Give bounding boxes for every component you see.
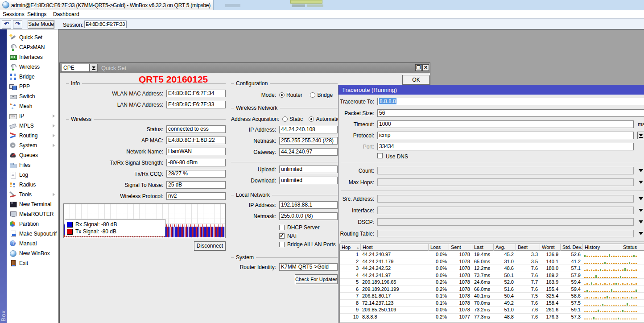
table-row[interactable]: 144.24.240.970.0%107819.4ms45.23.3136.95… [340, 251, 644, 258]
acquisition-static-radio[interactable] [282, 116, 288, 122]
nat-checkbox[interactable] [279, 233, 285, 239]
safe-mode-button[interactable]: Safe Mode [28, 20, 54, 29]
column-header-status[interactable]: Status [621, 244, 644, 251]
sidebar-item[interactable]: Bridge [7, 72, 58, 82]
router-identity-field[interactable]: K7MM-QRT5->Gold [279, 263, 338, 271]
column-header-history[interactable]: History [582, 244, 621, 251]
max-hops-field[interactable] [377, 178, 634, 186]
lan-mac-field[interactable]: E4:8D:8C:F6:7F:33 [166, 101, 226, 108]
protocol-field[interactable]: icmp [377, 132, 634, 139]
traceroute-titlebar[interactable]: Traceroute (Running) [339, 85, 644, 95]
src-address-field[interactable] [377, 195, 634, 203]
packet-size-field[interactable]: 56 [377, 109, 644, 117]
column-header-sent[interactable]: Sent [449, 244, 472, 251]
sidebar-item[interactable]: Switch [7, 91, 58, 101]
gateway-field[interactable]: 44.24.240.97 [279, 148, 338, 156]
session-field[interactable]: E4:8D:8C:F6:7F:33 [84, 21, 127, 28]
table-row[interactable]: 7206.81.80.170.1%107840.1ms50.47.5325.45… [340, 293, 644, 300]
wireless-protocol-field[interactable]: nv2 [166, 192, 226, 200]
sidebar-item[interactable]: Wireless [7, 62, 58, 72]
column-header-worst[interactable]: Worst [540, 244, 560, 251]
table-row[interactable]: 872.14.237.1230.1%107870.0ms49.27.6158.4… [340, 300, 644, 307]
ccq-field[interactable]: 28/27 % [166, 170, 226, 178]
column-header-hop[interactable]: Hop▲ [340, 244, 360, 251]
src-address-dropdown-icon[interactable] [639, 197, 643, 200]
table-row[interactable]: 108.8.8.80.2%107777.3ms48.87.6176.357.3 [340, 314, 644, 321]
sidebar-item[interactable]: MPLS [7, 121, 58, 131]
acquisition-automatic-radio[interactable] [309, 116, 314, 122]
sidebar-item[interactable]: Make Supout.rif [7, 229, 58, 239]
signal-strength-field[interactable]: -80/-80 dBm [166, 159, 226, 166]
sidebar-item[interactable]: Quick Set [7, 33, 58, 42]
protocol-dropdown-icon[interactable] [637, 132, 644, 139]
redo-button[interactable]: ↷ [13, 20, 22, 29]
lan-ip-field[interactable]: 192.168.88.1 [279, 201, 338, 209]
table-row[interactable]: 5209.189.196.650.2%107824.6ms52.07.7163.… [340, 279, 644, 286]
mode-bridge-radio[interactable] [310, 92, 315, 98]
traceroute-to-field[interactable]: 8.8.8.8 [377, 98, 644, 105]
routing-table-dropdown-icon[interactable] [639, 232, 643, 235]
download-field[interactable]: unlimited [279, 177, 338, 184]
column-header-std-dev[interactable]: Std. Dev. [560, 244, 582, 251]
sidebar-item[interactable]: Queues [7, 150, 58, 160]
window-titlebar[interactable]: admin@E4:8D:8C:F6:7F:33 (K7MM-QRT5->Gold… [0, 0, 644, 10]
sidebar-item[interactable]: Exit [7, 258, 58, 268]
column-header-last[interactable]: Last [472, 244, 493, 251]
timeout-field[interactable]: 1000 [377, 120, 634, 128]
port-field[interactable]: 33434 [377, 143, 634, 150]
menu-sessions[interactable]: Sessions [3, 11, 25, 17]
sidebar-item[interactable]: CAPsMAN [7, 42, 58, 52]
bridge-all-lan-ports-checkbox[interactable] [279, 242, 285, 247]
sidebar-item[interactable]: MetaROUTER [7, 209, 58, 219]
routing-table-field[interactable] [377, 230, 634, 237]
sidebar-item[interactable]: Partition [7, 219, 58, 229]
table-row[interactable]: 344.24.242.520.0%107812.2ms48.67.6180.05… [340, 265, 644, 272]
menu-dashboard[interactable]: Dashboard [53, 11, 79, 17]
sidebar-item[interactable]: Manual [7, 239, 58, 248]
dscp-dropdown-icon[interactable] [639, 220, 643, 224]
sidebar-item[interactable]: IP [7, 111, 58, 121]
status-field[interactable]: connected to ess [166, 125, 226, 133]
restore-button[interactable]: ❐ [415, 64, 422, 71]
use-dns-checkbox[interactable] [377, 153, 383, 158]
interface-dropdown-icon[interactable] [639, 209, 643, 212]
sidebar-item[interactable]: Files [7, 160, 58, 170]
menu-settings[interactable]: Settings [27, 11, 46, 17]
dhcp-server-checkbox[interactable] [279, 225, 285, 230]
wlan-mac-field[interactable]: E4:8D:8C:F6:7F:34 [166, 90, 226, 97]
table-row[interactable]: 9209.85.250.1090.0%107873.2ms51.07.6261.… [340, 306, 644, 314]
check-for-updates-button[interactable]: Check For Updates [295, 274, 338, 284]
interface-field[interactable] [377, 207, 634, 214]
ap-mac-field[interactable]: E4:8D:8C:F1:6D:22 [166, 137, 226, 144]
sidebar-item[interactable]: Mesh [7, 101, 58, 111]
snr-field[interactable]: 25 dB [166, 181, 226, 189]
quick-set-titlebar[interactable]: CPE Quick Set ❐ ✕ [60, 63, 430, 73]
column-header-best[interactable]: Best [516, 244, 540, 251]
network-name-field[interactable]: HamWAN [166, 148, 226, 155]
close-button[interactable]: ✕ [422, 64, 429, 71]
table-row[interactable]: 244.24.241.1790.0%107865.0ms31.03.5140.1… [340, 258, 644, 265]
sidebar-item[interactable]: New Terminal [7, 199, 58, 209]
sidebar-item[interactable]: Interfaces [7, 52, 58, 62]
combo-dropdown-icon[interactable] [90, 64, 98, 72]
sidebar-item[interactable]: System [7, 141, 58, 150]
sidebar-item[interactable]: Radius [7, 180, 58, 190]
max-hops-dropdown-icon[interactable] [639, 181, 643, 184]
column-header-avg[interactable]: Avg. [493, 244, 516, 251]
column-header-host[interactable]: Host [360, 244, 428, 251]
undo-button[interactable]: ↶ [2, 20, 11, 29]
dscp-field[interactable] [377, 218, 634, 226]
wan-ip-field[interactable]: 44.24.240.108 [279, 126, 338, 133]
disconnect-button[interactable]: Disconnect [194, 241, 226, 251]
table-row[interactable]: 444.24.241.970.0%107873.7ms50.17.6189.25… [340, 272, 644, 279]
wan-netmask-field[interactable]: 255.255.255.240 (/28) [279, 137, 338, 145]
mode-router-radio[interactable] [279, 92, 285, 98]
lan-netmask-field[interactable]: 255.0.0.0 (/8) [279, 212, 338, 220]
count-field[interactable] [377, 167, 634, 174]
count-dropdown-icon[interactable] [639, 169, 643, 172]
ok-button[interactable]: OK [402, 75, 430, 85]
table-row[interactable]: 6209.189.201.1990.2%107866.0ms51.67.6155… [340, 286, 644, 293]
sidebar-item[interactable]: Log [7, 170, 58, 180]
upload-field[interactable]: unlimited [279, 166, 338, 173]
sidebar-item[interactable]: Routing [7, 131, 58, 141]
